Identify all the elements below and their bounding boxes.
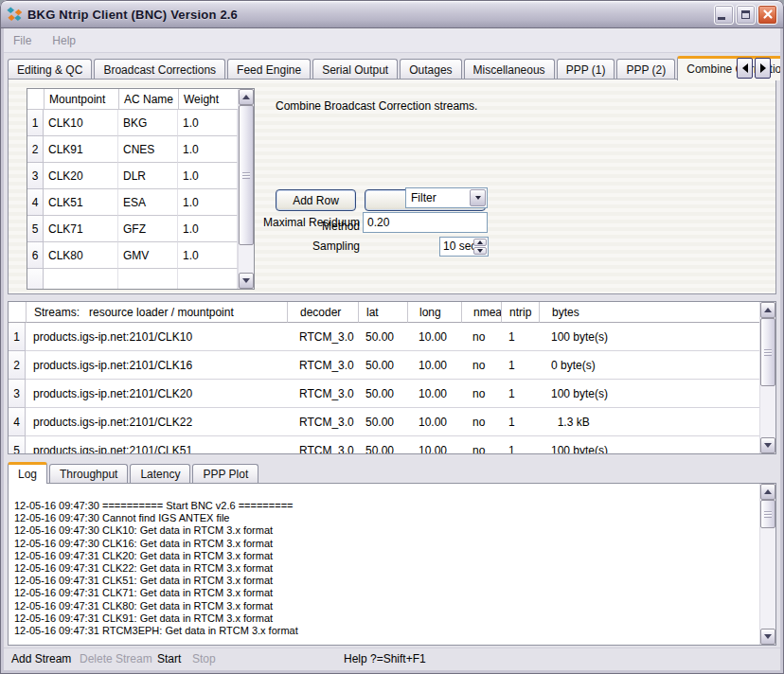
tab-outages[interactable]: Outages — [400, 59, 461, 80]
cell-mountpoint[interactable]: CLK51 — [44, 189, 118, 216]
cell-long[interactable]: 10.00 — [407, 380, 461, 408]
spin-up-button[interactable] — [473, 239, 487, 246]
cell-ac-name[interactable]: BKG — [118, 110, 178, 136]
header-long[interactable]: long — [407, 302, 461, 323]
maximize-button[interactable] — [736, 5, 756, 25]
cell-nmea[interactable]: no — [461, 380, 501, 408]
tab-throughput[interactable]: Throughput — [49, 464, 128, 483]
cell-ntrip[interactable]: 1 — [501, 408, 539, 436]
tab-log[interactable]: Log — [8, 462, 47, 484]
cell-decoder[interactable]: RTCM_3.0 — [287, 408, 358, 436]
cell-lat[interactable]: 50.00 — [358, 408, 407, 436]
cell-bytes[interactable]: 100 byte(s) — [539, 436, 775, 454]
table-row[interactable]: 5 CLK71 GFZ 1.0 — [27, 216, 254, 242]
cell-weight[interactable]: 1.0 — [178, 136, 238, 163]
cell-bytes[interactable]: 100 byte(s) — [539, 380, 775, 408]
stream-row[interactable]: 5 products.igs-ip.net:2101/CLK51 RTCM_3.… — [9, 436, 775, 454]
cell-bytes[interactable]: 1.3 kB — [539, 408, 775, 436]
scrollbar-track[interactable] — [760, 318, 775, 437]
table-row[interactable]: 1 CLK10 BKG 1.0 — [27, 110, 254, 136]
cell-ac-name[interactable]: DLR — [118, 163, 178, 189]
cell-mountpoint[interactable]: CLK91 — [44, 136, 118, 163]
cell-nmea[interactable]: no — [461, 408, 501, 436]
tab-scroll-left-button[interactable] — [737, 58, 753, 79]
cell-decoder[interactable]: RTCM_3.0 — [287, 351, 358, 380]
cell-bytes[interactable]: 0 byte(s) — [539, 351, 775, 380]
cell-resource[interactable]: products.igs-ip.net:2101/CLK22 — [26, 408, 287, 436]
stream-row[interactable]: 3 products.igs-ip.net:2101/CLK20 RTCM_3.… — [9, 380, 775, 408]
add-stream-action[interactable]: Add Stream — [11, 652, 71, 665]
scroll-up-button[interactable] — [760, 302, 775, 318]
cell-ac-name[interactable]: ESA — [118, 189, 178, 216]
scrollbar-thumb[interactable] — [760, 318, 775, 386]
cell-decoder[interactable]: RTCM_3.0 — [287, 380, 358, 408]
cell-long[interactable]: 10.00 — [407, 323, 461, 351]
cell-mountpoint[interactable]: CLK80 — [44, 242, 118, 269]
cell-ntrip[interactable]: 1 — [501, 323, 539, 351]
spin-down-button[interactable] — [473, 247, 487, 255]
stream-row[interactable]: 2 products.igs-ip.net:2101/CLK16 RTCM_3.… — [9, 351, 775, 380]
header-bytes[interactable]: bytes — [539, 302, 775, 323]
header-mountpoint[interactable]: Mountpoint — [44, 89, 118, 110]
header-nmea[interactable]: nmea — [461, 302, 501, 323]
cell-ntrip[interactable]: 1 — [501, 436, 539, 454]
scroll-up-button[interactable] — [239, 89, 254, 105]
tab-ppp-plot[interactable]: PPP Plot — [192, 464, 258, 483]
cell-long[interactable]: 10.00 — [407, 408, 461, 436]
cell-long[interactable]: 10.00 — [407, 351, 461, 380]
cell-mountpoint[interactable]: CLK71 — [44, 216, 118, 242]
start-action[interactable]: Start — [157, 652, 181, 665]
cell-ntrip[interactable]: 1 — [501, 380, 539, 408]
header-ac-name[interactable]: AC Name — [118, 89, 178, 110]
scroll-down-button[interactable] — [760, 437, 775, 453]
method-select[interactable]: Filter — [405, 187, 488, 208]
header-lat[interactable]: lat — [358, 302, 407, 323]
cell-ac-name[interactable]: GFZ — [118, 216, 178, 242]
menu-help[interactable]: Help — [52, 34, 76, 47]
close-button[interactable] — [757, 5, 777, 25]
cell-mountpoint[interactable]: CLK10 — [44, 110, 118, 136]
stream-row[interactable]: 1 products.igs-ip.net:2101/CLK10 RTCM_3.… — [9, 323, 775, 351]
add-row-button[interactable]: Add Row — [276, 189, 356, 211]
scrollbar-thumb[interactable] — [760, 500, 775, 528]
sampling-spinner[interactable]: 10 sec — [439, 237, 489, 257]
cell-decoder[interactable]: RTCM_3.0 — [287, 323, 358, 351]
cell-resource[interactable]: products.igs-ip.net:2101/CLK51 — [26, 436, 287, 454]
method-dropdown-button[interactable] — [470, 189, 486, 206]
table-row[interactable]: 6 CLK80 GMV 1.0 — [27, 242, 254, 269]
cell-nmea[interactable]: no — [461, 323, 501, 351]
scroll-down-button[interactable] — [239, 273, 254, 289]
header-decoder[interactable]: decoder — [287, 302, 358, 323]
tab-feed-engine[interactable]: Feed Engine — [227, 59, 311, 80]
cell-lat[interactable]: 50.00 — [358, 351, 407, 380]
header-resource[interactable]: Streams: resource loader / mountpoint — [26, 302, 287, 323]
tab-scroll-right-button[interactable] — [755, 58, 771, 79]
cell-ntrip[interactable]: 1 — [501, 351, 539, 380]
stream-row[interactable]: 4 products.igs-ip.net:2101/CLK22 RTCM_3.… — [9, 408, 775, 436]
header-weight[interactable]: Weight — [178, 89, 238, 110]
tab-latency[interactable]: Latency — [130, 464, 190, 483]
scroll-up-button[interactable] — [760, 484, 775, 500]
minimize-button[interactable] — [714, 5, 734, 25]
scrollbar-track[interactable] — [760, 500, 775, 629]
cell-mountpoint[interactable]: CLK20 — [44, 163, 118, 189]
cell-bytes[interactable]: 100 byte(s) — [539, 323, 775, 351]
scroll-down-button[interactable] — [760, 629, 775, 645]
table-row[interactable]: 2 CLK91 CNES 1.0 — [27, 136, 254, 163]
tab-serial-output[interactable]: Serial Output — [312, 59, 398, 80]
cell-resource[interactable]: products.igs-ip.net:2101/CLK10 — [26, 323, 287, 351]
cell-decoder[interactable]: RTCM_3.0 — [287, 436, 358, 454]
cell-nmea[interactable]: no — [461, 351, 501, 380]
tab-broadcast-corrections[interactable]: Broadcast Corrections — [94, 59, 225, 80]
cell-weight[interactable]: 1.0 — [178, 110, 238, 136]
table-row[interactable]: 4 CLK51 ESA 1.0 — [27, 189, 254, 216]
cell-ac-name[interactable]: CNES — [118, 136, 178, 163]
cell-lat[interactable]: 50.00 — [358, 380, 407, 408]
cell-resource[interactable]: products.igs-ip.net:2101/CLK20 — [26, 380, 287, 408]
table-row[interactable]: 3 CLK20 DLR 1.0 — [27, 163, 254, 189]
tab-editing-qc[interactable]: Editing & QC — [8, 59, 92, 80]
tab-miscellaneous[interactable]: Miscellaneous — [464, 59, 555, 80]
menu-file[interactable]: File — [13, 34, 31, 47]
cell-nmea[interactable]: no — [461, 436, 501, 454]
maximal-residuum-input[interactable] — [363, 212, 488, 233]
